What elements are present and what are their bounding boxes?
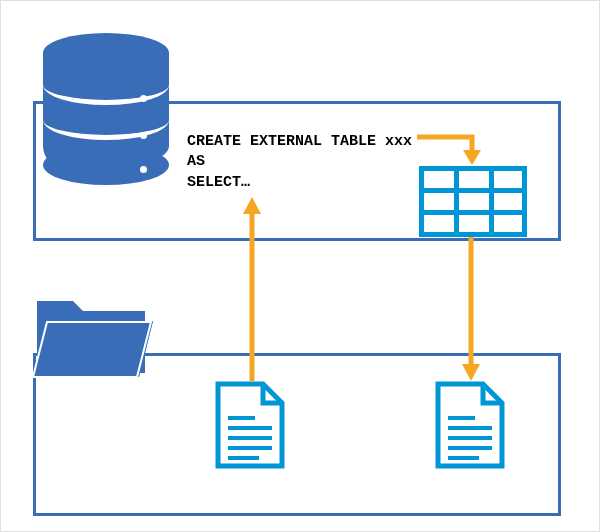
arrow-elbow-icon xyxy=(417,129,487,169)
table-grid-icon xyxy=(419,166,527,237)
sql-line-2: AS xyxy=(187,153,205,170)
database-icon xyxy=(43,33,169,185)
document-left-icon xyxy=(215,381,285,469)
sql-line-1: CREATE EXTERNAL TABLE xxx xyxy=(187,133,412,150)
arrow-up-icon xyxy=(243,197,261,381)
arrow-down-icon xyxy=(462,235,480,381)
diagram-stage: CREATE EXTERNAL TABLE xxx AS SELECT… xyxy=(1,1,599,531)
sql-line-3: SELECT… xyxy=(187,174,250,191)
document-right-icon xyxy=(435,381,505,469)
sql-statement: CREATE EXTERNAL TABLE xxx AS SELECT… xyxy=(187,132,412,193)
folder-icon xyxy=(33,287,153,382)
